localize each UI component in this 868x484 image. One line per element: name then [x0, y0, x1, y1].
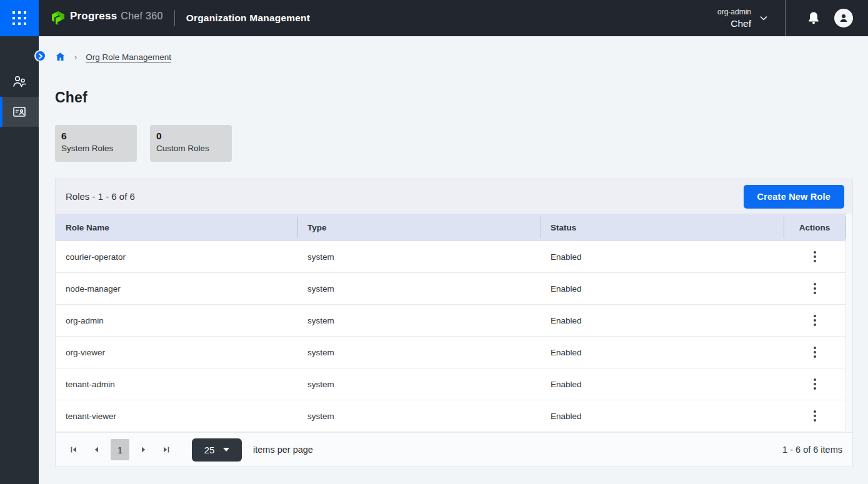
- page-size-select[interactable]: 25: [192, 438, 242, 462]
- cell-role-name: org-viewer: [56, 348, 297, 357]
- roles-grid: Roles - 1 - 6 of 6 Create New Role Role …: [55, 179, 853, 467]
- chevron-right-icon: [140, 445, 147, 454]
- column-header-type[interactable]: Type: [297, 214, 541, 241]
- chevron-right-icon: [37, 53, 44, 59]
- sidebar-item-users[interactable]: [0, 67, 39, 97]
- table-row: tenant-viewer system Enabled: [56, 400, 846, 432]
- header-divider: [174, 10, 175, 26]
- previous-page-button[interactable]: [88, 440, 104, 460]
- cell-type: system: [297, 252, 541, 262]
- org-role-label: org-admin: [717, 7, 751, 16]
- first-page-icon: [69, 445, 78, 454]
- last-page-icon: [162, 445, 171, 454]
- row-actions-menu-button[interactable]: [807, 343, 822, 362]
- table-header-row: Role Name Type Status Actions: [56, 214, 846, 241]
- sidebar-expand-button[interactable]: [34, 50, 46, 62]
- stat-card-custom-roles: 0 Custom Roles: [150, 125, 232, 162]
- top-header: Progress Chef 360 Organization Managemen…: [0, 0, 868, 36]
- cell-role-name: tenant-admin: [56, 380, 297, 389]
- stats-row: 6 System Roles 0 Custom Roles: [55, 125, 853, 162]
- brand-primary-text: Progress: [70, 10, 117, 22]
- notifications-button[interactable]: [807, 11, 821, 26]
- chevron-down-icon: [759, 13, 769, 23]
- column-header-actions: Actions: [784, 214, 846, 241]
- table-row: node-manager system Enabled: [56, 273, 846, 305]
- chevron-left-icon: [92, 445, 100, 454]
- cell-type: system: [297, 380, 541, 389]
- main-content: › Org Role Management Chef 6 System Role…: [39, 36, 868, 484]
- table-body: courier-operator system Enabled node-man…: [56, 241, 846, 432]
- avatar: [834, 9, 853, 27]
- stat-value: 6: [61, 131, 131, 142]
- first-page-button[interactable]: [66, 440, 82, 460]
- progress-logo-icon: [50, 10, 66, 26]
- page-title: Chef: [55, 89, 853, 106]
- cell-role-name: node-manager: [56, 284, 297, 294]
- header-divider: [785, 0, 786, 36]
- row-actions-menu-button[interactable]: [807, 311, 822, 330]
- app-launcher-button[interactable]: [0, 0, 39, 36]
- cell-status: Enabled: [541, 284, 784, 294]
- home-icon[interactable]: [55, 52, 66, 62]
- user-menu-button[interactable]: [834, 9, 853, 27]
- org-switcher[interactable]: org-admin Chef: [717, 7, 769, 29]
- cell-role-name: courier-operator: [56, 252, 297, 262]
- breadcrumb: › Org Role Management: [55, 51, 853, 63]
- caret-down-icon: [223, 448, 229, 452]
- person-icon: [839, 13, 849, 23]
- create-new-role-button[interactable]: Create New Role: [744, 185, 844, 209]
- column-header-role-name[interactable]: Role Name: [56, 214, 297, 241]
- cell-status: Enabled: [541, 316, 784, 325]
- org-name-label: Chef: [731, 18, 751, 29]
- brand-logo: Progress Chef 360: [50, 10, 163, 26]
- next-page-button[interactable]: [136, 440, 152, 460]
- stat-card-system-roles: 6 System Roles: [55, 125, 137, 162]
- column-header-status[interactable]: Status: [541, 214, 784, 241]
- cell-role-name: tenant-viewer: [56, 412, 297, 421]
- row-actions-menu-button[interactable]: [807, 279, 822, 298]
- page-number-button[interactable]: 1: [111, 439, 129, 460]
- table-row: org-admin system Enabled: [56, 305, 846, 337]
- pagination-bar: 1 25 items per page 1 - 6 of 6 items: [56, 432, 852, 467]
- role-badge-icon: [11, 104, 27, 119]
- users-icon: [11, 74, 27, 89]
- pagination-range-label: 1 - 6 of 6 items: [782, 445, 842, 455]
- row-actions-menu-button[interactable]: [807, 375, 822, 393]
- scrollbar-gutter: [846, 214, 852, 432]
- breadcrumb-separator-icon: ›: [74, 52, 77, 62]
- sidebar-item-org-roles[interactable]: [0, 97, 39, 127]
- row-actions-menu-button[interactable]: [807, 407, 822, 425]
- table-row: org-viewer system Enabled: [56, 337, 846, 368]
- app-title: Organization Management: [186, 12, 310, 24]
- grid-toolbar: Roles - 1 - 6 of 6 Create New Role: [56, 179, 852, 214]
- apps-grid-icon: [12, 11, 26, 25]
- page-size-value: 25: [204, 445, 215, 455]
- stat-value: 0: [156, 131, 226, 142]
- table-row: tenant-admin system Enabled: [56, 368, 846, 400]
- stat-label: System Roles: [61, 144, 131, 153]
- bell-icon: [807, 11, 821, 26]
- items-per-page-label: items per page: [253, 445, 313, 455]
- cell-status: Enabled: [541, 252, 784, 262]
- cell-type: system: [297, 316, 541, 325]
- breadcrumb-link-org-role-management[interactable]: Org Role Management: [86, 52, 171, 62]
- cell-type: system: [297, 412, 541, 421]
- left-sidebar: [0, 36, 39, 484]
- grid-title: Roles - 1 - 6 of 6: [66, 191, 135, 202]
- brand-secondary-text: Chef 360: [121, 11, 162, 22]
- cell-status: Enabled: [541, 380, 784, 389]
- cell-type: system: [297, 348, 541, 357]
- stat-label: Custom Roles: [156, 144, 226, 153]
- last-page-button[interactable]: [158, 440, 174, 460]
- cell-status: Enabled: [541, 412, 784, 421]
- cell-status: Enabled: [541, 348, 784, 357]
- table-row: courier-operator system Enabled: [56, 241, 846, 273]
- cell-type: system: [297, 284, 541, 294]
- row-actions-menu-button[interactable]: [807, 247, 822, 266]
- roles-table: Role Name Type Status Actions courier-op…: [56, 214, 846, 432]
- cell-role-name: org-admin: [56, 316, 297, 325]
